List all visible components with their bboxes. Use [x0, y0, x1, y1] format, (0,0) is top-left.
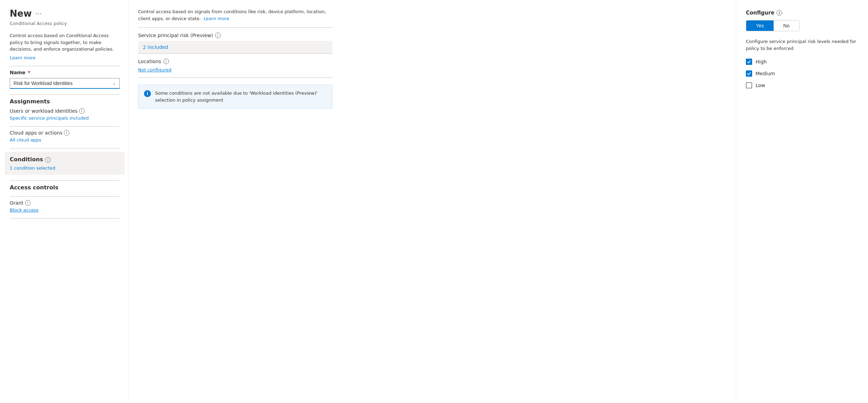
- configure-label: Configure i: [746, 10, 858, 16]
- page-subtitle: Conditional Access policy: [10, 21, 120, 26]
- users-value[interactable]: Specific service principals included: [10, 115, 89, 121]
- yes-button[interactable]: Yes: [746, 20, 774, 31]
- condition-divider-bottom: [138, 77, 332, 78]
- grant-info-icon[interactable]: i: [25, 200, 31, 206]
- service-principal-row[interactable]: Service principal risk (Preview) i 2 inc…: [138, 33, 332, 53]
- users-info-icon[interactable]: i: [79, 108, 85, 114]
- checkbox-row-high[interactable]: High: [746, 59, 858, 65]
- name-input-wrapper[interactable]: ⌄: [10, 78, 120, 89]
- locations-value[interactable]: Not configured: [138, 67, 171, 72]
- users-label: Users or workload identities i: [10, 108, 120, 114]
- cloud-apps-value[interactable]: All cloud apps: [10, 137, 41, 143]
- checkbox-medium[interactable]: [746, 70, 752, 77]
- risk-levels-container: HighMediumLow: [746, 59, 858, 88]
- name-field-label: Name *: [10, 70, 120, 75]
- chevron-down-icon: ⌄: [112, 81, 116, 86]
- right-panel: Configure i Yes No Configure service pri…: [736, 0, 868, 403]
- conditions-section[interactable]: Conditions i 1 condition selected: [5, 152, 125, 175]
- page-title: New: [10, 8, 32, 19]
- block-access-link[interactable]: Block access: [10, 207, 39, 213]
- checkbox-label-medium: Medium: [756, 71, 775, 76]
- more-options-icon[interactable]: ···: [35, 10, 42, 18]
- checkbox-row-medium[interactable]: Medium: [746, 70, 858, 77]
- locations-section: Locations i Not configured: [138, 59, 332, 72]
- checkbox-low[interactable]: [746, 82, 752, 88]
- info-banner-text: Some conditions are not available due to…: [155, 90, 326, 103]
- divider-grant: [10, 196, 120, 197]
- info-banner: i Some conditions are not available due …: [138, 85, 332, 109]
- service-principal-value[interactable]: 2 included: [138, 41, 332, 53]
- locations-header: Locations i: [138, 59, 332, 64]
- service-principal-label: Service principal risk (Preview): [138, 33, 213, 38]
- service-principal-info-icon[interactable]: i: [215, 33, 221, 38]
- checkbox-label-high: High: [756, 59, 767, 65]
- checkbox-row-low[interactable]: Low: [746, 82, 858, 88]
- locations-label: Locations: [138, 59, 161, 64]
- middle-divider-top: [138, 27, 332, 28]
- checkbox-high[interactable]: [746, 59, 752, 65]
- info-banner-icon: i: [144, 90, 151, 97]
- divider-name: [10, 66, 120, 66]
- required-indicator: *: [26, 70, 30, 75]
- left-description: Control access based on Conditional Acce…: [10, 32, 120, 53]
- yes-no-toggle[interactable]: Yes No: [746, 20, 800, 31]
- learn-more-link-left[interactable]: Learn more: [10, 55, 35, 60]
- access-controls-heading: Access controls: [10, 184, 120, 191]
- no-button[interactable]: No: [774, 20, 799, 31]
- conditions-value[interactable]: 1 condition selected: [10, 165, 120, 171]
- divider-assignments: [10, 94, 120, 95]
- divider-cloud: [10, 126, 120, 127]
- configure-description: Configure service principal risk levels …: [746, 38, 858, 52]
- locations-info-icon[interactable]: i: [163, 59, 169, 64]
- condition-divider-locations: [138, 53, 332, 54]
- conditions-heading: Conditions: [10, 156, 43, 163]
- middle-description: Control access based on signals from con…: [138, 8, 332, 22]
- left-panel: New ··· Conditional Access policy Contro…: [0, 0, 128, 403]
- divider-access: [10, 180, 120, 181]
- divider-conditions: [10, 148, 120, 148]
- divider-bottom: [10, 218, 120, 218]
- name-input[interactable]: [14, 80, 108, 86]
- cloud-apps-label: Cloud apps or actions i: [10, 130, 120, 136]
- configure-info-icon[interactable]: i: [776, 10, 782, 16]
- assignments-heading: Assignments: [10, 98, 120, 105]
- middle-panel: Control access based on signals from con…: [128, 0, 736, 403]
- grant-label: Grant i: [10, 200, 120, 206]
- conditions-info-icon[interactable]: i: [45, 157, 51, 163]
- checkbox-label-low: Low: [756, 83, 765, 88]
- learn-more-link-middle[interactable]: Learn more: [204, 16, 229, 21]
- cloud-apps-info-icon[interactable]: i: [64, 130, 69, 136]
- service-principal-header: Service principal risk (Preview) i: [138, 33, 332, 41]
